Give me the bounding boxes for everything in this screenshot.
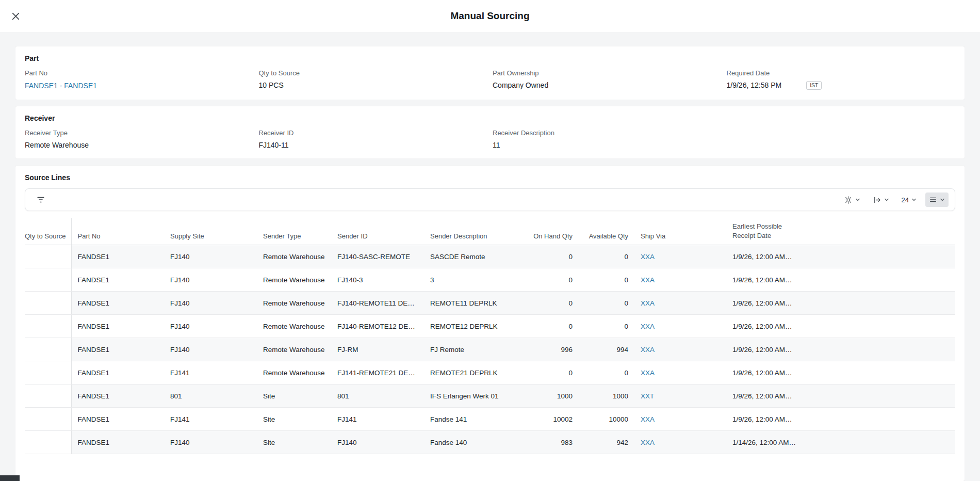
earliest-receipt-date-cell: 1/9/26, 12:00 AM…	[726, 268, 955, 292]
on-hand-qty-cell: 0	[522, 268, 579, 292]
qty-to-source-label: Qty to Source	[259, 69, 488, 77]
field-receiver-description: Receiver Description 11	[493, 129, 722, 149]
receiver-section-title: Receiver	[25, 114, 955, 122]
page-size-dropdown[interactable]: 24	[898, 193, 920, 207]
qty-to-source-cell[interactable]	[25, 268, 71, 292]
available-qty-cell: 942	[579, 431, 634, 454]
earliest-receipt-date-cell: 1/9/26, 12:00 AM…	[726, 408, 955, 431]
col-header-sender-id[interactable]: Sender ID	[331, 218, 424, 245]
filter-icon	[36, 195, 45, 204]
source-lines-section-title: Source Lines	[25, 173, 955, 182]
ship-via-link[interactable]: XXA	[641, 323, 655, 330]
page-title: Manual Sourcing	[450, 10, 529, 22]
col-header-earliest-receipt-date[interactable]: Earliest Possible Receipt Date	[726, 218, 955, 245]
sender-description-cell: 3	[424, 268, 522, 292]
ship-via-cell: XXA	[634, 245, 726, 268]
chevron-down-icon	[911, 197, 917, 202]
qty-to-source-cell[interactable]	[25, 245, 71, 268]
qty-to-source-cell[interactable]	[25, 361, 71, 384]
qty-to-source-cell[interactable]	[25, 431, 71, 454]
col-header-supply-site[interactable]: Supply Site	[164, 218, 257, 245]
ship-via-cell: XXA	[634, 408, 726, 431]
field-part-no: Part No FANDSE1 - FANDSE1	[25, 69, 254, 90]
sender-id-cell: FJ140	[331, 431, 424, 454]
view-mode-dropdown[interactable]	[925, 193, 949, 207]
chevron-down-icon	[940, 197, 945, 202]
ship-via-cell: XXA	[634, 431, 726, 454]
qty-to-source-cell[interactable]	[25, 292, 71, 315]
col-header-part-no[interactable]: Part No	[71, 218, 164, 245]
qty-to-source-cell[interactable]	[25, 408, 71, 431]
receiver-card: Receiver Receiver Type Remote Warehouse …	[15, 106, 965, 158]
ship-via-link[interactable]: XXA	[641, 299, 655, 307]
settings-button[interactable]	[840, 193, 864, 207]
part-no-cell: FANDSE1	[71, 431, 164, 454]
sender-type-cell: Remote Warehouse	[257, 292, 331, 315]
ship-via-link[interactable]: XXT	[641, 392, 654, 400]
sender-id-cell: FJ141-REMOTE21 DEPR…	[331, 361, 424, 384]
on-hand-qty-cell: 0	[522, 315, 579, 338]
part-section-title: Part	[25, 54, 955, 62]
receiver-id-value: FJ140-11	[259, 141, 488, 149]
filter-button[interactable]	[32, 192, 49, 207]
col-header-on-hand-qty[interactable]: On Hand Qty	[522, 218, 579, 245]
on-hand-qty-cell: 0	[522, 361, 579, 384]
part-no-cell: FANDSE1	[71, 361, 164, 384]
ship-via-link[interactable]: XXA	[641, 415, 655, 423]
col-header-available-qty[interactable]: Available Qty	[579, 218, 634, 245]
sender-description-cell: Fandse 140	[424, 431, 522, 454]
on-hand-qty-cell: 983	[522, 431, 579, 454]
col-header-sender-description[interactable]: Sender Description	[424, 218, 522, 245]
available-qty-cell: 0	[579, 315, 634, 338]
supply-site-cell: FJ141	[164, 408, 257, 431]
ship-via-cell: XXA	[634, 315, 726, 338]
qty-to-source-cell[interactable]	[25, 384, 71, 408]
part-no-link[interactable]: FANDSE1 - FANDSE1	[25, 82, 97, 90]
available-qty-cell: 0	[579, 292, 634, 315]
supply-site-cell: FJ140	[164, 431, 257, 454]
on-hand-qty-cell: 0	[522, 292, 579, 315]
required-date-value: 1/9/26, 12:58 PM	[727, 81, 782, 89]
ship-via-link[interactable]: XXA	[641, 253, 655, 261]
available-qty-cell: 0	[579, 245, 634, 268]
dialog-header: Manual Sourcing	[0, 0, 980, 32]
receiver-description-label: Receiver Description	[493, 129, 722, 137]
col-header-sender-type[interactable]: Sender Type	[257, 218, 331, 245]
ship-via-cell: XXA	[634, 268, 726, 292]
available-qty-cell: 1000	[579, 384, 634, 408]
field-required-date: Required Date 1/9/26, 12:58 PM IST	[727, 69, 956, 90]
col-header-qty-to-source[interactable]: Qty to Source	[25, 218, 71, 245]
part-no-cell: FANDSE1	[71, 315, 164, 338]
available-qty-cell: 994	[579, 338, 634, 361]
ship-via-link[interactable]: XXA	[641, 369, 655, 377]
sender-type-cell: Remote Warehouse	[257, 315, 331, 338]
source-lines-table-wrap: Qty to Source Part No Supply Site Sender…	[25, 218, 955, 454]
sender-type-cell: Remote Warehouse	[257, 245, 331, 268]
qty-to-source-cell[interactable]	[25, 315, 71, 338]
part-no-cell: FANDSE1	[71, 292, 164, 315]
part-card: Part Part No FANDSE1 - FANDSE1 Qty to So…	[15, 46, 965, 100]
close-button[interactable]	[7, 8, 24, 24]
ship-via-link[interactable]: XXA	[641, 346, 655, 354]
sender-description-cell: FJ Remote	[424, 338, 522, 361]
supply-site-cell: FJ140	[164, 268, 257, 292]
table-row: FANDSE1 FJ140 Remote Warehouse FJ140-SAS…	[25, 245, 955, 268]
field-qty-to-source: Qty to Source 10 PCS	[259, 69, 488, 90]
table-row: FANDSE1 FJ140 Remote Warehouse FJ140-REM…	[25, 315, 955, 338]
earliest-receipt-date-cell: 1/14/26, 12:00 AM…	[726, 431, 955, 454]
source-lines-toolbar: 24	[25, 188, 955, 211]
part-no-cell: FANDSE1	[71, 268, 164, 292]
ship-via-link[interactable]: XXA	[641, 439, 655, 446]
source-lines-body: FANDSE1 FJ140 Remote Warehouse FJ140-SAS…	[25, 245, 955, 454]
skip-to-end-button[interactable]	[869, 193, 893, 207]
col-header-ship-via[interactable]: Ship Via	[634, 218, 726, 245]
sender-description-cell: REMOTE12 DEPRLK	[424, 315, 522, 338]
table-row: FANDSE1 FJ140 Remote Warehouse FJ140-REM…	[25, 292, 955, 315]
dialog-content: Part Part No FANDSE1 - FANDSE1 Qty to So…	[0, 32, 980, 481]
source-lines-card: Source Lines	[15, 166, 965, 481]
field-empty	[727, 129, 956, 149]
earliest-receipt-date-cell: 1/9/26, 12:00 AM…	[726, 292, 955, 315]
qty-to-source-cell[interactable]	[25, 338, 71, 361]
ship-via-link[interactable]: XXA	[641, 276, 655, 284]
settings-icon	[844, 196, 853, 204]
